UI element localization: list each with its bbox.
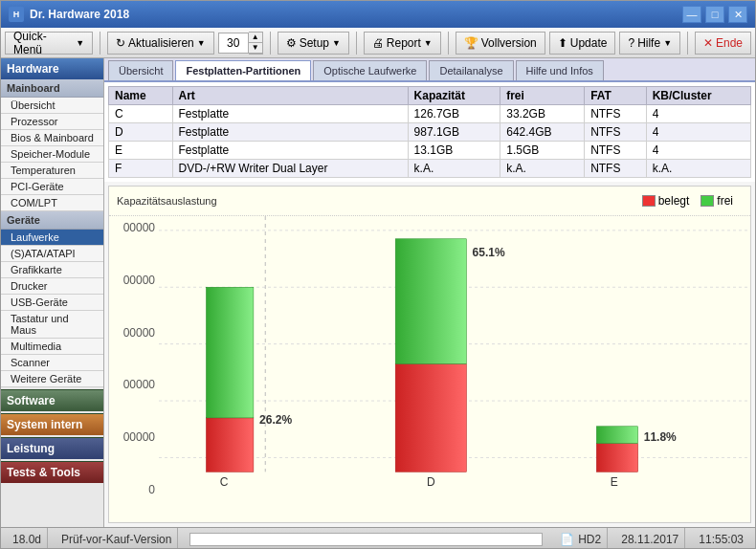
report-arrow: ▼	[424, 38, 433, 48]
update-button[interactable]: ⬆ Update	[549, 32, 616, 55]
sidebar-item-pci[interactable]: PCI-Geräte	[1, 179, 103, 195]
sidebar-item-drucker[interactable]: Drucker	[1, 278, 103, 295]
sidebar-item-ubersicht[interactable]: Übersicht	[1, 98, 103, 114]
tab-festplatten[interactable]: Festplatten-Partitionen	[175, 60, 311, 80]
update-label: Update	[570, 36, 608, 50]
chart-legend: belegt frei	[633, 190, 743, 211]
sidebar-item-usb[interactable]: USB-Geräte	[1, 295, 103, 311]
svg-rect-7	[206, 287, 253, 418]
table-row[interactable]: CFestplatte126.7GB33.2GBNTFS4	[109, 105, 751, 123]
table-cell: F	[109, 160, 173, 178]
legend-frei-label: frei	[717, 194, 733, 208]
vollversion-button[interactable]: 🏆 Vollversion	[456, 32, 545, 55]
svg-text:26.2%: 26.2%	[259, 413, 292, 427]
table-cell: 126.7GB	[408, 105, 500, 123]
vollversion-label: Vollversion	[481, 36, 537, 50]
chart-bars-container: 26.2% C 65.1% D 11.8	[159, 216, 750, 523]
table-cell: C	[109, 105, 173, 123]
table-cell: 642.4GB	[500, 123, 585, 142]
chart-svg: 26.2% C 65.1% D 11.8	[159, 216, 750, 500]
interval-input[interactable]: 30	[218, 33, 249, 54]
table-cell: 4	[646, 105, 750, 123]
titlebar-controls: — □ ✕	[682, 6, 747, 23]
sidebar-item-grafikkarte[interactable]: Grafikkarte	[1, 262, 103, 278]
chart-area: Kapazitätsauslastung belegt frei 00000	[108, 186, 751, 523]
tab-optische[interactable]: Optische Laufwerke	[313, 60, 427, 80]
report-button[interactable]: 🖨 Report ▼	[364, 32, 441, 55]
separator-5	[687, 32, 688, 55]
table-cell: 4	[646, 142, 750, 160]
table-row[interactable]: DFestplatte987.1GB642.4GBNTFS4	[109, 123, 751, 142]
report-label: Report	[387, 36, 421, 50]
ende-icon: ✕	[703, 36, 713, 50]
sidebar-item-multimedia[interactable]: Multimedia	[1, 339, 103, 355]
leistung-section-button[interactable]: Leistung	[1, 437, 103, 459]
statusbar: 18.0d Prüf-vor-Kauf-Version 📄 HD2 28.11.…	[1, 527, 755, 549]
table-cell: NTFS	[585, 160, 647, 178]
table-cell: NTFS	[585, 123, 647, 142]
status-time: 11:55:03	[693, 528, 749, 549]
separator-4	[448, 32, 449, 55]
table-cell: DVD-/+RW Writer Dual Layer	[172, 160, 408, 178]
tests-section-button[interactable]: Tests & Tools	[1, 461, 103, 483]
svg-text:D: D	[427, 475, 435, 489]
maximize-button[interactable]: □	[705, 6, 724, 23]
hilfe-button[interactable]: ? Hilfe ▼	[619, 32, 680, 55]
sidebar-item-scanner[interactable]: Scanner	[1, 355, 103, 371]
col-name: Name	[109, 87, 173, 105]
spin-up[interactable]: ▲	[249, 33, 262, 43]
legend-frei: frei	[700, 194, 733, 208]
svg-rect-11	[395, 239, 466, 364]
status-file: 📄 HD2	[554, 528, 608, 549]
sidebar-item-sata[interactable]: (S)ATA/ATAPI	[1, 246, 103, 262]
col-frei: frei	[500, 87, 585, 105]
aktualisieren-button[interactable]: ↻ Aktualisieren ▼	[107, 32, 214, 55]
sidebar-item-speicher[interactable]: Speicher-Module	[1, 146, 103, 163]
sidebar-item-com[interactable]: COM/LPT	[1, 195, 103, 211]
hilfe-icon: ?	[628, 36, 634, 50]
y-label-5: 00000	[113, 274, 155, 287]
quick-menu-button[interactable]: Quick-Menü ▼	[5, 32, 93, 55]
table-cell: Festplatte	[172, 105, 408, 123]
hilfe-arrow: ▼	[663, 38, 672, 48]
sidebar: Hardware Mainboard Übersicht Prozessor B…	[1, 58, 104, 527]
table-cell: 13.1GB	[408, 142, 500, 160]
table-cell: 987.1GB	[408, 123, 500, 142]
system-section-button[interactable]: System intern	[1, 413, 103, 435]
status-progress	[189, 533, 543, 546]
table-row[interactable]: FDVD-/+RW Writer Dual Layerk.A.k.A.NTFSk…	[109, 160, 751, 178]
sidebar-item-prozessor[interactable]: Prozessor	[1, 114, 103, 130]
file-icon: 📄	[560, 533, 574, 546]
status-version: 18.0d	[7, 528, 48, 549]
minimize-button[interactable]: —	[682, 6, 701, 23]
mainboard-subsection: Mainboard	[1, 79, 103, 98]
table-cell: k.A.	[408, 160, 500, 178]
setup-label: Setup	[300, 36, 329, 50]
tab-hilfe[interactable]: Hilfe und Infos	[516, 60, 604, 80]
ende-button[interactable]: ✕ Ende	[695, 32, 751, 55]
close-button[interactable]: ✕	[728, 6, 747, 23]
table-cell: k.A.	[646, 160, 750, 178]
main-layout: Hardware Mainboard Übersicht Prozessor B…	[1, 58, 755, 527]
quick-menu-arrow: ▼	[76, 38, 84, 48]
aktualisieren-label: Aktualisieren	[128, 36, 194, 50]
tab-ubersicht[interactable]: Übersicht	[108, 60, 173, 80]
sidebar-item-laufwerke[interactable]: Laufwerke	[1, 230, 103, 246]
sidebar-item-tastatur[interactable]: Tastatur und Maus	[1, 311, 103, 339]
table-cell: D	[109, 123, 173, 142]
interval-spin: ▲ ▼	[249, 32, 263, 55]
sidebar-item-weitere[interactable]: Weitere Geräte	[1, 371, 103, 387]
setup-button[interactable]: ⚙ Setup ▼	[278, 32, 349, 55]
tab-detailanalyse[interactable]: Detailanalyse	[429, 60, 513, 80]
status-license: Prüf-vor-Kauf-Version	[56, 528, 178, 549]
table-row[interactable]: EFestplatte13.1GB1.5GBNTFS4	[109, 142, 751, 160]
hardware-section-header[interactable]: Hardware	[1, 58, 103, 79]
update-icon: ⬆	[558, 36, 567, 50]
setup-arrow: ▼	[332, 38, 341, 48]
sidebar-item-bios[interactable]: Bios & Mainboard	[1, 130, 103, 146]
geraete-subsection: Geräte	[1, 211, 103, 230]
software-section-button[interactable]: Software	[1, 389, 103, 411]
spin-down[interactable]: ▼	[249, 43, 262, 54]
table-cell: 1.5GB	[500, 142, 585, 160]
sidebar-item-temperaturen[interactable]: Temperaturen	[1, 163, 103, 179]
